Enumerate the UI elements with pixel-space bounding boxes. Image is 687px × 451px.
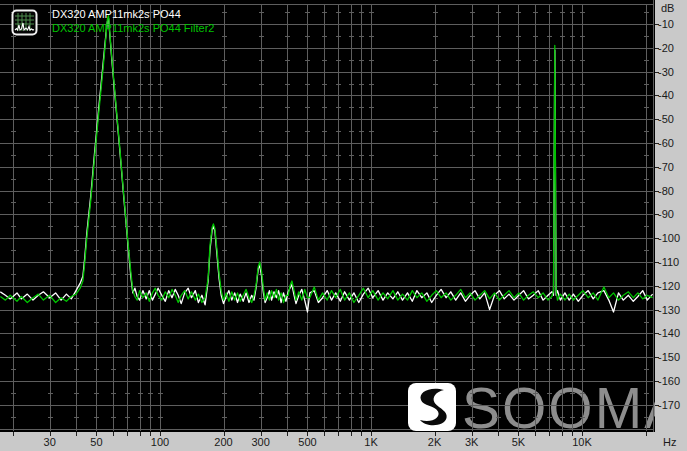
y-tick-label: -10 (658, 18, 674, 30)
y-tick-label: -100 (658, 232, 680, 244)
y-tick-label: -170 (658, 399, 680, 411)
y-tick-label: -30 (658, 66, 674, 78)
x-tick-label: 1K (364, 436, 378, 448)
spectrum-thumbnail-icon (11, 9, 38, 36)
x-tick-label: 300 (251, 436, 269, 448)
x-tick-label: 50 (90, 436, 102, 448)
x-axis-unit-label: Hz (663, 436, 676, 448)
y-tick-label: -50 (658, 113, 674, 125)
y-tick-label: -80 (658, 185, 674, 197)
y-tick-label: -150 (658, 351, 680, 363)
y-tick-label: -40 (658, 89, 674, 101)
x-tick-label: 5K (512, 436, 526, 448)
legend-item: DX320 AMP11mk2s PO44 (52, 7, 214, 21)
y-tick-label: -20 (658, 42, 674, 54)
x-tick-label: 200 (214, 436, 232, 448)
legend-item: DX320 AMP11mk2s PO44 Filter2 (52, 21, 214, 35)
x-tick-label: 30 (44, 436, 56, 448)
x-tick-label: 2K (428, 436, 442, 448)
y-tick-label: -160 (658, 375, 680, 387)
x-tick-label: 3K (465, 436, 479, 448)
plot-background (0, 0, 655, 432)
x-tick-label: 100 (151, 436, 169, 448)
y-tick-label: -60 (658, 137, 674, 149)
spectrum-analysis-chart: SOOMAL 30501002003005001K2K3K5K10K-10-20… (0, 0, 687, 451)
y-tick-label: -120 (658, 280, 680, 292)
y-tick-label: -90 (658, 208, 674, 220)
y-axis-unit-label: dB (661, 2, 674, 14)
y-tick-label: -110 (658, 256, 679, 268)
y-tick-label: -130 (658, 304, 680, 316)
y-tick-label: -140 (658, 327, 680, 339)
x-tick-label: 500 (298, 436, 316, 448)
y-tick-label: -70 (658, 161, 674, 173)
x-tick-label: 10K (572, 436, 592, 448)
legend: DX320 AMP11mk2s PO44DX320 AMP11mk2s PO44… (52, 7, 214, 35)
